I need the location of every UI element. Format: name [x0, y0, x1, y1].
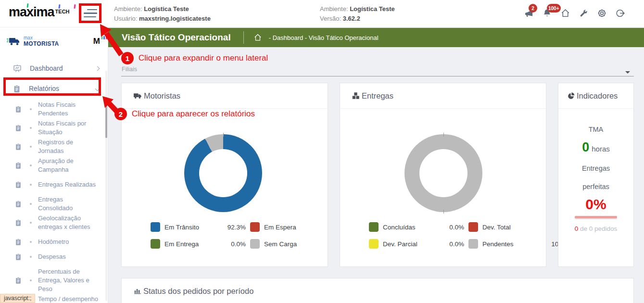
truck-icon [133, 92, 142, 100]
legend-value: 0.0% [437, 224, 464, 231]
breadcrumb: - Dashboard - Visão Tático Operacional [269, 34, 379, 41]
motoristas-card-header: Motoristas [122, 83, 328, 109]
entregas-card: Entregas Concluídas 0.0% Dev. Total 0.0%… [340, 83, 546, 267]
sidebar-subitem[interactable]: Despesas [0, 252, 105, 262]
home-button[interactable] [559, 7, 571, 19]
truck-logo-icon [7, 36, 21, 47]
legend-label: Em Espera [264, 224, 316, 231]
card-title: Indicadores [577, 91, 618, 101]
bullet-dot [30, 184, 32, 186]
status-pedidos-card-header: Status dos pedidos por período [122, 278, 633, 303]
legend-value: 0.0% [219, 240, 246, 248]
bullet-dot [30, 256, 32, 258]
chart-tick [443, 210, 444, 214]
sidebar-subitem-label: Apuração de Campanha [38, 157, 99, 174]
header-divider [243, 31, 244, 44]
sidebar-item-relatorios[interactable]: Relatórios [0, 79, 108, 98]
ambiente2-value: Logística Teste [350, 5, 395, 13]
bar-chart-icon [133, 287, 142, 295]
sidebar-subitem[interactable]: Percentuais de Entrega, Valores e Peso [0, 266, 105, 294]
card-title: Entregas [362, 91, 393, 101]
bullet-dot [30, 127, 32, 129]
legend-value: 0.0% [437, 240, 464, 248]
clipboard-icon [14, 180, 22, 189]
hamburger-menu-icon[interactable] [84, 9, 97, 18]
sidebar: max MOTORISTA M Dashboard Relatórios Not… [0, 27, 108, 303]
logout-button[interactable] [614, 7, 626, 19]
clipboard-icon [14, 105, 22, 114]
clipboard-icon [14, 142, 22, 151]
sidebar-subitem-label: Despesas [38, 252, 99, 261]
clipboard-icon [14, 218, 22, 227]
sidebar-subitem-label: Registros de Jornadas [38, 138, 99, 155]
legend-swatch [250, 239, 260, 249]
motoristas-legend: Em Trânsito 92.3% Em Espera 0.0% Em Entr… [151, 222, 355, 249]
sidebar-subitem[interactable]: Apuração de Campanha [0, 156, 105, 175]
usuario-label: Usuário: [114, 15, 137, 22]
legend-label: Em Trânsito [164, 224, 215, 231]
indicadores-body: TMA 0horas Entregas perfeitas 0% 0 de 0 … [558, 126, 633, 232]
sidebar-subitem[interactable]: Notas Fiscais por Situação [0, 118, 105, 137]
breadcrumb-home-icon[interactable] [253, 33, 262, 42]
pie-chart-icon [567, 92, 575, 100]
clipboard-icon [14, 276, 22, 285]
sidebar-subitem-label: Entregas Consolidado [38, 195, 99, 213]
logout-icon [615, 8, 625, 18]
tma-unit: horas [592, 145, 610, 153]
sidebar-submenu: Notas Fiscais Pendentes Notas Fiscais po… [0, 100, 105, 303]
topbar: maximaTECH Ambiente: Logística Teste Usu… [0, 0, 644, 27]
tools-button[interactable] [578, 7, 590, 19]
clipboard-icon [14, 200, 22, 208]
perfect-deliveries-label-2: perfeitas [558, 183, 633, 190]
sidebar-subitem-label: Notas Fiscais Pendentes [38, 101, 99, 118]
sidebar-subitem[interactable]: Geolocalização entregas x clientes [0, 213, 105, 232]
sidebar-subitem[interactable]: Entregas Consolidado [0, 194, 105, 213]
versao-label: Versão: [320, 15, 341, 22]
annotation-step-2: 2 Clique para aparecer os relatórios [114, 108, 255, 120]
filiais-select-underline[interactable] [121, 76, 634, 76]
dashboard-icon [13, 63, 22, 73]
bullet-dot [30, 222, 32, 224]
indicadores-card-header: Indicadores [558, 83, 633, 109]
legend-swatch [151, 222, 160, 232]
announcements-button[interactable]: 2 [523, 7, 535, 19]
step-2-circle: 2 [114, 108, 127, 120]
ambiente-label: Ambiente: [114, 5, 142, 13]
chevron-right-icon [95, 66, 100, 71]
sidebar-item-label: Relatórios [29, 85, 88, 92]
filiais-select-label: Filiais [122, 66, 137, 73]
notifications-button[interactable]: 100+ [541, 7, 553, 19]
gear-icon [597, 8, 607, 18]
sidebar-toggle-highlight-box [79, 3, 101, 23]
sidebar-subitem[interactable]: Notas Fiscais Pendentes [0, 100, 105, 118]
sidebar-item-dashboard[interactable]: Dashboard [0, 59, 108, 77]
brand-accent-blue [58, 4, 60, 9]
legend-label: Dev. Total [482, 224, 534, 231]
entregas-donut-chart [404, 134, 482, 212]
brand-name: maxima [9, 5, 54, 19]
chart-tick [223, 133, 224, 137]
sidebar-scrollbar-thumb[interactable] [105, 97, 107, 138]
brand-tech: TECH [55, 9, 70, 14]
sidebar-subitem[interactable]: Entregas Realizadas [0, 179, 105, 189]
legend-swatch [468, 239, 478, 249]
sidebar-subitem-label: Entregas Realizadas [38, 180, 99, 189]
sidebar-logo-row: max MOTORISTA M [7, 34, 100, 49]
sidebar-item-label: Dashboard [30, 64, 88, 72]
settings-button[interactable] [596, 7, 608, 19]
clipboard-icon [14, 252, 22, 261]
bullet-dot [30, 164, 32, 166]
sidebar-nav: Dashboard Relatórios [0, 59, 108, 100]
legend-label: Concluídas [383, 224, 433, 231]
filiais-dropdown-caret-icon[interactable] [625, 71, 630, 74]
legend-swatch [250, 222, 260, 232]
perfect-deliveries-detail: 0 de 0 pedidos [558, 225, 633, 232]
bullet-dot [30, 241, 32, 243]
cubes-icon [352, 91, 360, 100]
sidebar-subitem-label: Notas Fiscais por Situação [38, 119, 99, 137]
annotation-step-1: 1 Clique para expandir o menu lateral [121, 52, 268, 64]
sidebar-subitem[interactable]: Hodômetro [0, 237, 105, 247]
sidebar-subitem[interactable]: Registros de Jornadas [0, 137, 105, 156]
clipboard-icon [14, 161, 22, 170]
bullet-dot [30, 146, 32, 148]
